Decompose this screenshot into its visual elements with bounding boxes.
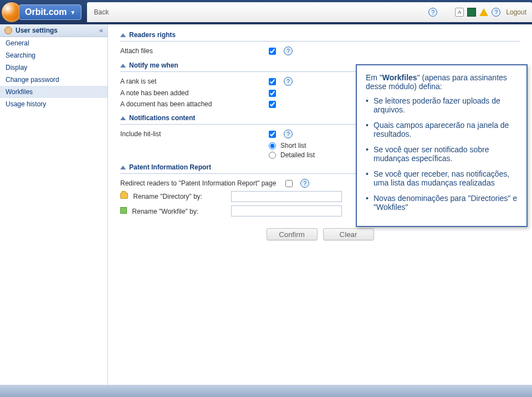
help-icon-2[interactable]: ? (492, 8, 500, 17)
sidebar-item-workfiles[interactable]: Workfiles (0, 86, 108, 98)
rank-help-icon[interactable]: ? (284, 77, 293, 86)
callout-bullet: Novas denominações para "Directories" e … (366, 194, 518, 212)
sidebar-item-display[interactable]: Display (0, 61, 108, 74)
callout-bullet: Se você quer ser notificado sobre mudanç… (366, 145, 518, 163)
excel-export-icon[interactable] (467, 8, 476, 17)
sidebar-collapse-icon[interactable]: « (99, 27, 103, 34)
main-panel: Readers rights Attach files ? Notify me … (108, 24, 532, 385)
callout-bullet: Se você quer receber, nas notificações, … (366, 169, 518, 187)
workfile-icon (120, 207, 127, 214)
rank-set-checkbox[interactable] (269, 78, 276, 85)
sidebar-item-change-password[interactable]: Change password (0, 74, 108, 86)
top-bar: Orbit.com ▼ Back ? A ? Logout (0, 0, 532, 24)
confirm-button[interactable]: Confirm (267, 228, 318, 240)
sidebar-item-searching[interactable]: Searching (0, 49, 108, 61)
rename-directory-label: Rename "Directory" by: (133, 193, 202, 200)
doc-attached-label: A document has been attached (120, 100, 264, 108)
short-list-label: Short list (280, 142, 306, 149)
rename-directory-input[interactable] (231, 191, 342, 202)
detailed-list-label: Detailed list (280, 151, 315, 159)
short-list-radio[interactable] (269, 142, 276, 149)
callout-bullet: Se leitores poderão fazer uploads de arq… (366, 96, 518, 114)
sidebar-list: General Searching Display Change passwor… (0, 37, 108, 110)
font-size-icon[interactable]: A (455, 8, 464, 17)
collapse-triangle-icon (120, 116, 126, 120)
brand-dropdown-icon[interactable]: ▼ (70, 9, 76, 16)
menu-strip: Back ? A ? Logout (87, 2, 532, 22)
collapse-triangle-icon (120, 166, 126, 169)
section-header-readers-rights[interactable]: Readers rights (120, 30, 520, 42)
section-readers-rights: Readers rights Attach files ? (120, 30, 520, 57)
include-hitlist-help-icon[interactable]: ? (284, 130, 293, 138)
sidebar: User settings « General Searching Displa… (0, 24, 108, 385)
brand-logo[interactable]: Orbit.com ▼ (0, 0, 81, 24)
annotation-callout: Em "Workfiles" (apenas para assinantes d… (356, 64, 528, 227)
sidebar-item-usage-history[interactable]: Usage history (0, 98, 108, 110)
attach-files-checkbox[interactable] (269, 48, 276, 55)
clear-button[interactable]: Clear (323, 228, 374, 240)
sidebar-title: User settings (16, 27, 58, 34)
button-bar: Confirm Clear (108, 228, 532, 240)
note-added-label: A note has been added (120, 89, 264, 97)
redirect-help-icon[interactable]: ? (300, 179, 309, 188)
user-icon (4, 27, 12, 34)
redirect-readers-checkbox[interactable] (285, 180, 293, 187)
sidebar-header: User settings « (0, 24, 108, 37)
help-icon[interactable]: ? (428, 8, 437, 17)
brand-text: Orbit.com (25, 7, 67, 17)
back-link[interactable]: Back (94, 8, 109, 16)
include-hitlist-label: Include hit-list (120, 130, 264, 138)
collapse-triangle-icon (120, 64, 126, 68)
alert-icon[interactable] (479, 8, 488, 16)
sidebar-item-general[interactable]: General (0, 37, 108, 49)
collapse-triangle-icon (120, 33, 126, 37)
note-added-checkbox[interactable] (269, 90, 276, 97)
rename-workfile-label: Rename "Workfile" by: (132, 208, 198, 215)
logout-link[interactable]: Logout (506, 8, 526, 16)
folder-icon (120, 193, 128, 199)
detailed-list-radio[interactable] (269, 152, 276, 159)
rename-workfile-input[interactable] (231, 205, 342, 216)
rank-set-label: A rank is set (120, 78, 264, 85)
attach-files-label: Attach files (120, 47, 264, 55)
redirect-readers-label: Redirect readers to "Patent Information … (120, 179, 281, 187)
include-hitlist-checkbox[interactable] (269, 131, 276, 138)
footer-bar (0, 385, 532, 397)
doc-attached-checkbox[interactable] (269, 101, 276, 108)
attach-files-help-icon[interactable]: ? (284, 47, 293, 55)
callout-bullet: Quais campos aparecerão na janela de res… (366, 121, 518, 138)
